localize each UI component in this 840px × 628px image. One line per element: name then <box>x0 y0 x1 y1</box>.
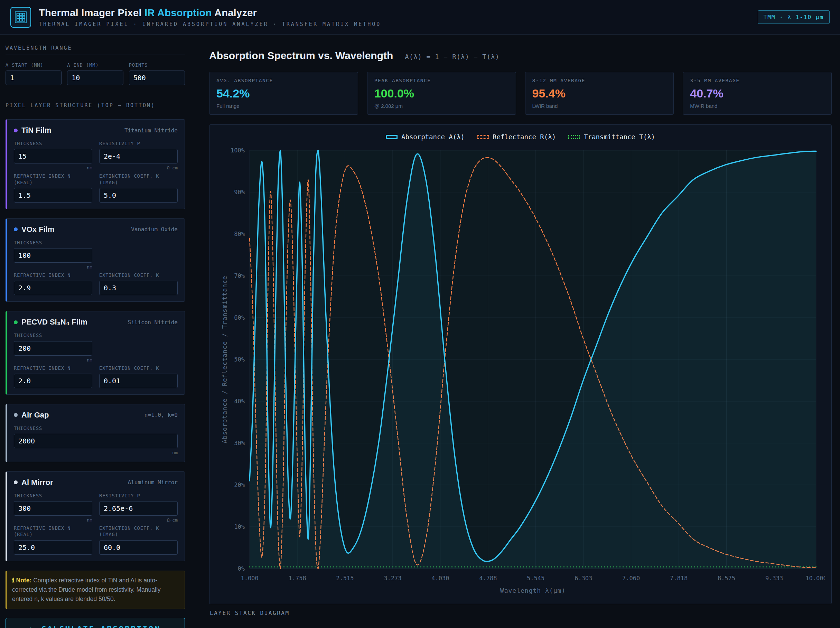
sin-thickness-input[interactable] <box>14 341 92 356</box>
svg-text:4.030: 4.030 <box>431 575 449 582</box>
refractive-index-label: REFRACTIVE INDEX N <box>14 365 92 371</box>
stat-lwir-average: 8-12 ΜΜ AVERAGE 95.4% LWIR band <box>525 72 674 115</box>
vox-n-input[interactable] <box>14 281 92 295</box>
airgap-thickness-input[interactable] <box>14 434 178 448</box>
legend-swatch <box>477 135 489 139</box>
extinction-coeff-label: EXTINCTION COEFF. K (IMAG) <box>99 173 178 185</box>
unit-label: nm <box>14 264 92 270</box>
lambda-end-input[interactable] <box>67 71 123 85</box>
svg-text:0%: 0% <box>238 565 245 572</box>
svg-text:50%: 50% <box>234 356 245 363</box>
layer-name: Air Gap <box>21 410 49 420</box>
thickness-label: THICKNESS <box>14 332 92 338</box>
stats-row: AVG. ABSORPTANCE 54.2% Full range PEAK A… <box>209 72 832 115</box>
al-thickness-input[interactable] <box>14 501 92 516</box>
absorption-chart: 0%10%20%30%40%50%60%70%80%90%100%1.0001.… <box>216 144 825 601</box>
unit-label: Ω·cm <box>99 165 178 171</box>
extinction-coeff-label: EXTINCTION COEFF. K <box>99 272 178 278</box>
layer-color-dot <box>14 129 17 133</box>
calculate-button-label: CALCULATE ABSORPTION <box>41 625 161 628</box>
layer-card-airgap: Air Gap n=1.0, k=0 THICKNESS nm <box>6 404 185 462</box>
al-n-input[interactable] <box>14 540 92 555</box>
layer-material: n=1.0, k=0 <box>145 412 178 418</box>
svg-text:80%: 80% <box>234 230 245 237</box>
legend-swatch <box>386 135 398 139</box>
resistivity-label: RESISTIVITY Ρ <box>99 492 178 499</box>
chart-title: Absorption Spectrum vs. Wavelength <box>209 50 393 62</box>
play-icon: ▶ <box>30 625 36 628</box>
layer-card-sin: PECVD Si₃N₄ Film Silicon Nitride THICKNE… <box>6 311 185 394</box>
svg-text:10.000: 10.000 <box>805 575 825 582</box>
points-label: POINTS <box>129 62 185 68</box>
pixel-grid-icon <box>14 11 27 24</box>
vox-thickness-input[interactable] <box>14 248 92 263</box>
layer-name: PECVD Si₃N₄ Film <box>21 318 87 327</box>
svg-text:60%: 60% <box>234 314 245 321</box>
absorption-formula: A(λ) = 1 − R(λ) − T(λ) <box>405 53 499 60</box>
chart-legend: Absorptance A(λ)Reflectance R(λ)Transmit… <box>216 129 824 144</box>
svg-text:9.333: 9.333 <box>765 575 783 582</box>
tin-thickness-input[interactable] <box>14 149 92 164</box>
thickness-label: THICKNESS <box>14 240 92 246</box>
legend-absorptance[interactable]: Absorptance A(λ) <box>386 133 464 140</box>
svg-text:70%: 70% <box>234 272 245 279</box>
legend-label: Reflectance R(λ) <box>493 133 556 140</box>
refractive-index-label: REFRACTIVE INDEX N (REAL) <box>14 173 92 185</box>
tin-k-input[interactable] <box>99 188 178 202</box>
svg-text:8.575: 8.575 <box>718 575 735 582</box>
layer-material: Titanium Nitride <box>125 127 178 134</box>
al-k-input[interactable] <box>99 540 178 555</box>
sin-k-input[interactable] <box>99 374 178 388</box>
legend-reflectance[interactable]: Reflectance R(λ) <box>477 133 556 140</box>
svg-text:Absorptance / Reflectance / Tr: Absorptance / Reflectance / Transmittanc… <box>221 276 228 443</box>
legend-swatch <box>568 135 580 139</box>
page-subtitle: THERMAL IMAGER PIXEL · INFRARED ABSORPTI… <box>39 21 381 27</box>
info-icon: ℹ <box>12 577 14 584</box>
svg-text:3.273: 3.273 <box>384 575 401 582</box>
layer-name: Al Mirror <box>21 478 53 487</box>
lambda-start-input[interactable] <box>6 71 62 85</box>
layer-card-al: Al Mirror Aluminum Mirror THICKNESS nm R… <box>6 472 185 561</box>
vox-k-input[interactable] <box>99 281 178 295</box>
main-content: Absorption Spectrum vs. Wavelength A(λ) … <box>185 35 840 628</box>
tin-resistivity-input[interactable] <box>99 149 178 164</box>
extinction-coeff-label: EXTINCTION COEFF. K (IMAG) <box>99 525 178 538</box>
al-resistivity-input[interactable] <box>99 501 178 516</box>
svg-text:20%: 20% <box>234 481 245 488</box>
unit-label: Ω·cm <box>99 518 178 523</box>
layer-stack-diagram-label: LAYER STACK DIAGRAM <box>210 610 832 616</box>
chart-panel: Absorptance A(λ)Reflectance R(λ)Transmit… <box>209 125 832 604</box>
lambda-end-label: Λ END (ΜΜ) <box>67 62 123 68</box>
note-label: Note: <box>16 577 32 584</box>
calculate-button[interactable]: ▶ CALCULATE ABSORPTION <box>6 618 185 628</box>
svg-text:4.788: 4.788 <box>479 575 497 582</box>
thickness-label: THICKNESS <box>14 425 178 431</box>
app-logo <box>10 7 31 28</box>
sin-n-input[interactable] <box>14 374 92 388</box>
points-input[interactable] <box>129 71 185 85</box>
svg-text:100%: 100% <box>231 147 245 154</box>
layer-material: Vanadium Oxide <box>131 226 178 233</box>
refractive-index-label: REFRACTIVE INDEX N (REAL) <box>14 525 92 538</box>
svg-text:7.060: 7.060 <box>622 575 640 582</box>
legend-label: Transmittance T(λ) <box>584 133 655 140</box>
layer-name: TiN Film <box>21 126 51 135</box>
layers-section-title: PIXEL LAYER STRUCTURE (TOP → BOTTOM) <box>6 102 185 112</box>
wavelength-range-row: Λ START (ΜΜ) Λ END (ΜΜ) POINTS <box>6 62 185 87</box>
svg-text:90%: 90% <box>234 189 245 196</box>
unit-label: nm <box>14 165 92 171</box>
note-text: Complex refractive index of TiN and Al i… <box>12 577 161 603</box>
legend-label: Absorptance A(λ) <box>401 133 464 140</box>
svg-text:2.515: 2.515 <box>336 575 354 582</box>
legend-transmittance[interactable]: Transmittance T(λ) <box>568 133 655 140</box>
svg-text:Wavelength λ(μm): Wavelength λ(μm) <box>500 587 565 594</box>
layer-color-dot <box>14 413 17 417</box>
lambda-start-label: Λ START (ΜΜ) <box>6 62 62 68</box>
page-title: Thermal Imager Pixel IR Absorption Analy… <box>39 7 381 19</box>
stat-avg-absorptance: AVG. ABSORPTANCE 54.2% Full range <box>209 72 358 115</box>
tin-n-input[interactable] <box>14 188 92 202</box>
stat-mwir-average: 3-5 ΜΜ AVERAGE 40.7% MWIR band <box>683 72 832 115</box>
thickness-label: THICKNESS <box>14 140 92 147</box>
layer-material: Aluminum Mirror <box>128 479 178 486</box>
resistivity-label: RESISTIVITY Ρ <box>99 140 178 147</box>
